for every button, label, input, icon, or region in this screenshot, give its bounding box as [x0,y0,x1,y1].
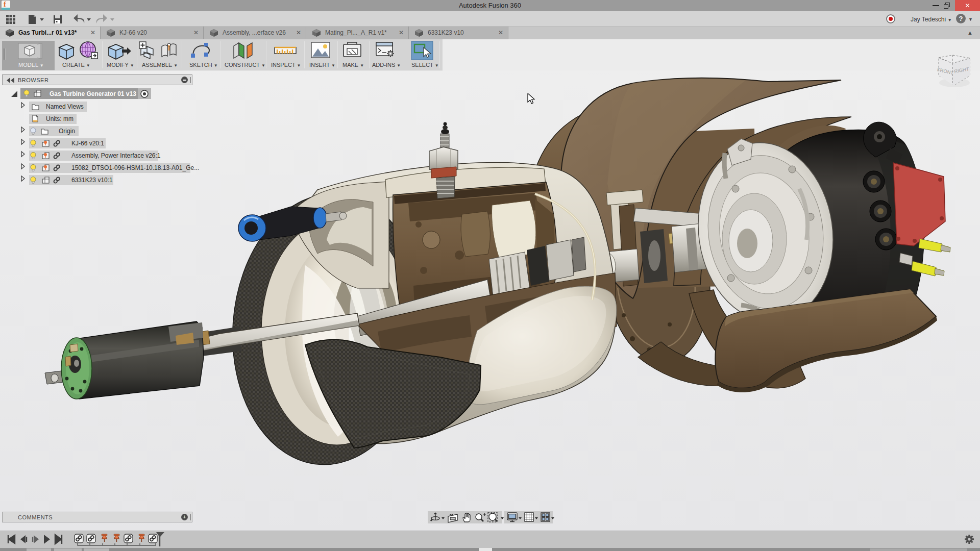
svg-text:Gas Turbine Generator 01 v13: Gas Turbine Generator 01 v13 [50,90,136,97]
svg-text:Units: mm: Units: mm [46,115,74,122]
svg-text:Origin: Origin [59,128,75,135]
svg-text:15082_DTSO1-096-HSM1-10.18.13-: 15082_DTSO1-096-HSM1-10.18.13-A01_Ge... [71,164,199,171]
svg-text:Named Views: Named Views [46,103,84,110]
svg-text:Assembly, Power Interface v26:: Assembly, Power Interface v26:1 [71,152,161,159]
svg-text:KJ-66 v20:1: KJ-66 v20:1 [71,140,104,147]
svg-text:6331K23 v10:1: 6331K23 v10:1 [71,177,113,184]
